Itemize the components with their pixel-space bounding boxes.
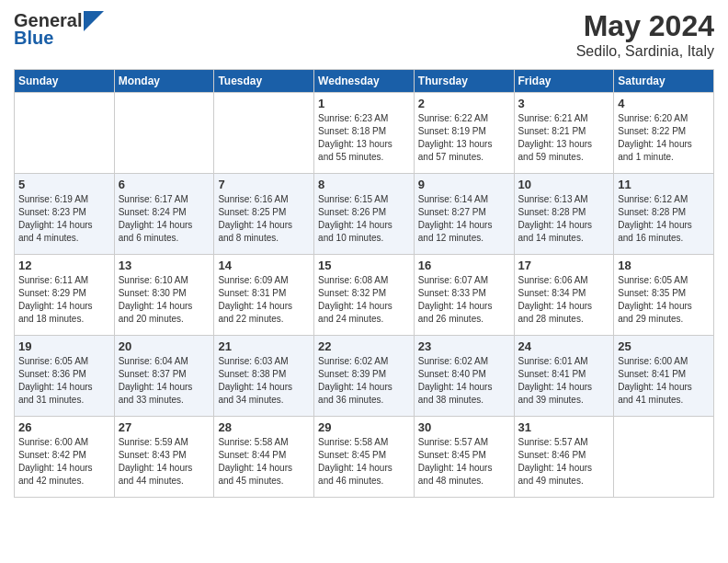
calendar-cell [214, 93, 314, 174]
logo: General Blue [14, 9, 104, 49]
header-thursday: Thursday [414, 70, 514, 93]
week-row-1: 1Sunrise: 6:23 AMSunset: 8:18 PMDaylight… [15, 93, 714, 174]
day-number: 14 [218, 259, 310, 272]
header-saturday: Saturday [614, 70, 714, 93]
cell-info: Sunrise: 6:19 AMSunset: 8:23 PMDaylight:… [18, 193, 110, 245]
calendar-cell: 8Sunrise: 6:15 AMSunset: 8:26 PMDaylight… [314, 174, 415, 255]
cell-info: Sunrise: 6:12 AMSunset: 8:28 PMDaylight:… [618, 193, 710, 245]
day-number: 22 [318, 339, 410, 353]
week-row-4: 19Sunrise: 6:05 AMSunset: 8:36 PMDayligh… [15, 336, 714, 417]
title-block: May 2024 Sedilo, Sardinia, Italy [576, 9, 714, 60]
cell-info: Sunrise: 5:57 AMSunset: 8:45 PMDaylight:… [418, 436, 510, 488]
cell-info: Sunrise: 6:06 AMSunset: 8:34 PMDaylight:… [518, 274, 610, 326]
calendar-cell [114, 93, 214, 174]
cell-info: Sunrise: 6:16 AMSunset: 8:25 PMDaylight:… [218, 193, 310, 245]
days-header-row: SundayMondayTuesdayWednesdayThursdayFrid… [15, 70, 714, 93]
calendar-cell: 29Sunrise: 5:58 AMSunset: 8:45 PMDayligh… [314, 417, 415, 498]
calendar-cell: 14Sunrise: 6:09 AMSunset: 8:31 PMDayligh… [214, 255, 314, 336]
calendar-cell: 27Sunrise: 5:59 AMSunset: 8:43 PMDayligh… [114, 417, 214, 498]
calendar-cell: 13Sunrise: 6:10 AMSunset: 8:30 PMDayligh… [114, 255, 214, 336]
cell-info: Sunrise: 6:00 AMSunset: 8:41 PMDaylight:… [618, 355, 710, 407]
cell-info: Sunrise: 6:05 AMSunset: 8:35 PMDaylight:… [618, 274, 710, 326]
calendar-cell: 18Sunrise: 6:05 AMSunset: 8:35 PMDayligh… [614, 255, 714, 336]
cell-info: Sunrise: 6:09 AMSunset: 8:31 PMDaylight:… [218, 274, 310, 326]
day-number: 15 [318, 259, 410, 272]
day-number: 20 [119, 339, 210, 353]
cell-info: Sunrise: 6:07 AMSunset: 8:33 PMDaylight:… [418, 274, 510, 326]
day-number: 28 [218, 420, 310, 434]
cell-info: Sunrise: 6:15 AMSunset: 8:26 PMDaylight:… [318, 193, 410, 245]
calendar-cell [15, 93, 115, 174]
week-row-3: 12Sunrise: 6:11 AMSunset: 8:29 PMDayligh… [15, 255, 714, 336]
header-friday: Friday [514, 70, 614, 93]
calendar-cell: 22Sunrise: 6:02 AMSunset: 8:39 PMDayligh… [314, 336, 415, 417]
cell-info: Sunrise: 6:17 AMSunset: 8:24 PMDaylight:… [119, 193, 210, 245]
calendar-cell: 31Sunrise: 5:57 AMSunset: 8:46 PMDayligh… [514, 417, 614, 498]
calendar-cell: 28Sunrise: 5:58 AMSunset: 8:44 PMDayligh… [214, 417, 314, 498]
cell-info: Sunrise: 6:00 AMSunset: 8:42 PMDaylight:… [18, 436, 110, 488]
cell-info: Sunrise: 6:20 AMSunset: 8:22 PMDaylight:… [618, 112, 710, 164]
calendar-cell [614, 417, 714, 498]
day-number: 31 [518, 420, 610, 434]
cell-info: Sunrise: 6:13 AMSunset: 8:28 PMDaylight:… [518, 193, 610, 245]
calendar-cell: 26Sunrise: 6:00 AMSunset: 8:42 PMDayligh… [15, 417, 115, 498]
calendar-cell: 1Sunrise: 6:23 AMSunset: 8:18 PMDaylight… [314, 93, 415, 174]
location-subtitle: Sedilo, Sardinia, Italy [576, 43, 714, 60]
calendar-cell: 17Sunrise: 6:06 AMSunset: 8:34 PMDayligh… [514, 255, 614, 336]
day-number: 5 [18, 178, 110, 191]
day-number: 23 [418, 339, 510, 353]
calendar-cell: 24Sunrise: 6:01 AMSunset: 8:41 PMDayligh… [514, 336, 614, 417]
day-number: 25 [618, 339, 710, 353]
day-number: 16 [418, 259, 510, 272]
calendar-cell: 9Sunrise: 6:14 AMSunset: 8:27 PMDaylight… [414, 174, 514, 255]
calendar-cell: 4Sunrise: 6:20 AMSunset: 8:22 PMDaylight… [614, 93, 714, 174]
day-number: 2 [418, 97, 510, 110]
logo-blue-text: Blue [14, 28, 53, 49]
calendar-cell: 16Sunrise: 6:07 AMSunset: 8:33 PMDayligh… [414, 255, 514, 336]
cell-info: Sunrise: 6:03 AMSunset: 8:38 PMDaylight:… [218, 355, 310, 407]
day-number: 10 [518, 178, 610, 191]
calendar-table: SundayMondayTuesdayWednesdayThursdayFrid… [14, 69, 714, 498]
calendar-cell: 12Sunrise: 6:11 AMSunset: 8:29 PMDayligh… [15, 255, 115, 336]
day-number: 13 [119, 259, 210, 272]
cell-info: Sunrise: 6:11 AMSunset: 8:29 PMDaylight:… [18, 274, 110, 326]
week-row-2: 5Sunrise: 6:19 AMSunset: 8:23 PMDaylight… [15, 174, 714, 255]
day-number: 24 [518, 339, 610, 353]
day-number: 6 [119, 178, 210, 191]
day-number: 11 [618, 178, 710, 191]
day-number: 21 [218, 339, 310, 353]
day-number: 4 [618, 97, 710, 110]
cell-info: Sunrise: 6:23 AMSunset: 8:18 PMDaylight:… [318, 112, 410, 164]
month-title: May 2024 [576, 9, 714, 43]
calendar-cell: 20Sunrise: 6:04 AMSunset: 8:37 PMDayligh… [114, 336, 214, 417]
calendar-cell: 2Sunrise: 6:22 AMSunset: 8:19 PMDaylight… [414, 93, 514, 174]
cell-info: Sunrise: 5:57 AMSunset: 8:46 PMDaylight:… [518, 436, 610, 488]
cell-info: Sunrise: 6:04 AMSunset: 8:37 PMDaylight:… [119, 355, 210, 407]
week-row-5: 26Sunrise: 6:00 AMSunset: 8:42 PMDayligh… [15, 417, 714, 498]
cell-info: Sunrise: 5:59 AMSunset: 8:43 PMDaylight:… [119, 436, 210, 488]
header-sunday: Sunday [15, 70, 115, 93]
calendar-cell: 15Sunrise: 6:08 AMSunset: 8:32 PMDayligh… [314, 255, 415, 336]
calendar-cell: 6Sunrise: 6:17 AMSunset: 8:24 PMDaylight… [114, 174, 214, 255]
day-number: 30 [418, 420, 510, 434]
calendar-cell: 25Sunrise: 6:00 AMSunset: 8:41 PMDayligh… [614, 336, 714, 417]
day-number: 9 [418, 178, 510, 191]
cell-info: Sunrise: 5:58 AMSunset: 8:44 PMDaylight:… [218, 436, 310, 488]
header-wednesday: Wednesday [314, 70, 415, 93]
day-number: 12 [18, 259, 110, 272]
day-number: 19 [18, 339, 110, 353]
calendar-cell: 7Sunrise: 6:16 AMSunset: 8:25 PMDaylight… [214, 174, 314, 255]
day-number: 17 [518, 259, 610, 272]
day-number: 29 [318, 420, 410, 434]
calendar-cell: 30Sunrise: 5:57 AMSunset: 8:45 PMDayligh… [414, 417, 514, 498]
header-tuesday: Tuesday [214, 70, 314, 93]
calendar-cell: 19Sunrise: 6:05 AMSunset: 8:36 PMDayligh… [15, 336, 115, 417]
day-number: 8 [318, 178, 410, 191]
calendar-cell: 5Sunrise: 6:19 AMSunset: 8:23 PMDaylight… [15, 174, 115, 255]
cell-info: Sunrise: 6:10 AMSunset: 8:30 PMDaylight:… [119, 274, 210, 326]
day-number: 7 [218, 178, 310, 191]
calendar-cell: 21Sunrise: 6:03 AMSunset: 8:38 PMDayligh… [214, 336, 314, 417]
calendar-cell: 3Sunrise: 6:21 AMSunset: 8:21 PMDaylight… [514, 93, 614, 174]
cell-info: Sunrise: 6:22 AMSunset: 8:19 PMDaylight:… [418, 112, 510, 164]
day-number: 3 [518, 97, 610, 110]
